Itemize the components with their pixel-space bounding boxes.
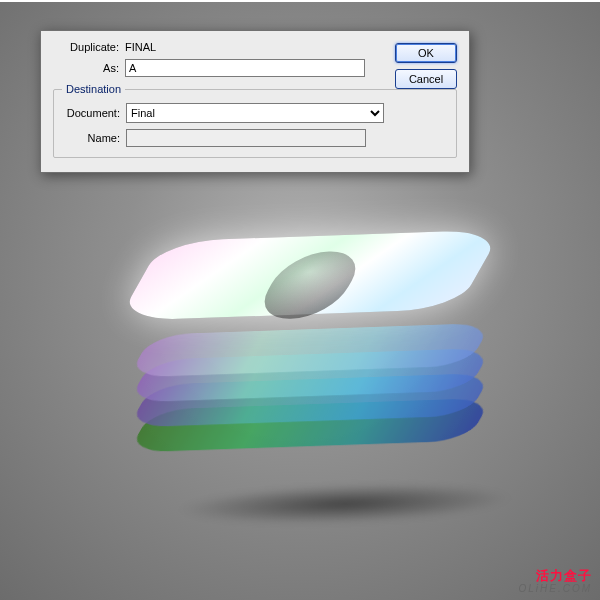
cancel-button[interactable]: Cancel [395, 69, 457, 89]
canvas-background: Duplicate: FINAL As: Destination Documen… [0, 0, 600, 600]
destination-group: Destination Document: Final Name: [53, 83, 457, 158]
as-label: As: [53, 62, 125, 74]
destination-legend: Destination [62, 83, 125, 95]
top-hairline [0, 0, 600, 2]
artwork-3d-shape [140, 144, 490, 496]
as-input[interactable] [125, 59, 365, 77]
watermark: 活力盒子 OLiHE.COM [518, 569, 592, 594]
document-select[interactable]: Final [126, 103, 384, 123]
watermark-line2: OLiHE.COM [518, 583, 592, 594]
duplicate-label: Duplicate: [53, 41, 125, 53]
name-label: Name: [62, 132, 126, 144]
watermark-line1: 活力盒子 [536, 568, 592, 583]
ok-button[interactable]: OK [395, 43, 457, 63]
name-input [126, 129, 366, 147]
duplicate-layer-dialog: Duplicate: FINAL As: Destination Documen… [40, 30, 470, 173]
document-label: Document: [62, 107, 126, 119]
duplicate-value: FINAL [125, 41, 156, 53]
